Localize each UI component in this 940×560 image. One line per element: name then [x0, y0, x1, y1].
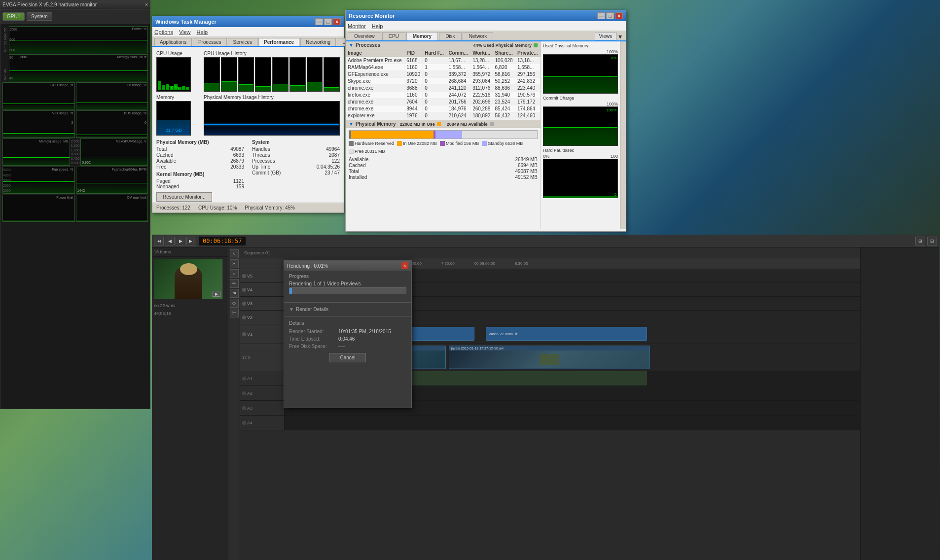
col-commit[interactable]: Comm... [446, 49, 470, 57]
table-cell: 23,524 [493, 99, 515, 105]
clip-video22-2[interactable]: Video 22.wmv ▶ [486, 327, 647, 341]
col-image[interactable]: Image [346, 49, 404, 57]
gpu1-button[interactable]: GPU1 [2, 12, 25, 21]
tm-status-memory: Physical Memory: 45% [245, 205, 295, 210]
transport-play-btn[interactable]: ▶ [176, 237, 185, 245]
tm-maximize-btn[interactable]: □ [324, 18, 332, 25]
tm-view-menu[interactable]: View [179, 29, 191, 35]
table-cell: 210,624 [446, 112, 470, 119]
rm-tab-memory[interactable]: Memory [406, 32, 438, 40]
v2-eye[interactable] [242, 315, 246, 319]
a2-eye[interactable] [242, 391, 246, 395]
rd-time-elapsed-val: 0:04:46 [338, 336, 355, 342]
table-cell: 8944 [404, 105, 423, 112]
a1-eye[interactable] [242, 377, 246, 381]
rm-close-btn[interactable]: × [615, 12, 623, 19]
rm-available-indicator [490, 122, 494, 126]
transport-next-frame[interactable]: ▶| [186, 237, 196, 245]
col-shareable[interactable]: Share... [493, 49, 515, 57]
rm-maximize-btn[interactable]: □ [606, 12, 614, 19]
tool-select[interactable]: ↖ [230, 249, 239, 258]
rd-progress-fill [289, 288, 292, 294]
rm-minimize-btn[interactable]: — [597, 12, 605, 19]
tm-title: Windows Task Manager [155, 19, 217, 25]
tm-minimize-btn[interactable]: — [315, 18, 323, 25]
transport-to-start[interactable]: ⏮ [154, 237, 164, 245]
v4-eye[interactable] [242, 288, 246, 292]
tool-in-out[interactable]: ⊢ [230, 309, 239, 317]
rm-left-panel: ▼ Processes 44% Used Physical Memory Ima… [346, 41, 541, 229]
track-v3-header: V3 [240, 297, 285, 310]
table-cell: 1160 [404, 92, 423, 99]
tm-titlebar: Windows Task Manager — □ × [152, 16, 344, 27]
mem-graph: Mem@(block, MHz 3801 80 49 [9, 54, 148, 81]
system-section: System Handles 49964 Threads 2087 Proces… [252, 140, 340, 202]
tm-help-menu[interactable]: Help [197, 29, 208, 35]
memory-mb: 21.7 GB [165, 128, 181, 133]
cached-val: 6693 [233, 152, 244, 158]
table-cell: 85,424 [493, 105, 515, 112]
ruler-mark-7: 8:30:00 [505, 261, 538, 266]
premiere-transport: ⏮ ◀ ▶ ▶| [154, 237, 196, 245]
rm-inuse-label: In Use [403, 141, 416, 146]
clip-javaw-2[interactable]: javaw 2015-01-18 17:37-15-96.avi [449, 346, 650, 369]
fb-usage-label: FB usage, % [127, 83, 146, 87]
tm-options-menu[interactable]: Options [154, 29, 173, 35]
rm-processes-expand[interactable]: ▼ [349, 42, 354, 48]
rm-scrollbar[interactable] [620, 41, 626, 229]
rm-tab-disk[interactable]: Disk [439, 32, 461, 40]
tab-services[interactable]: Services [228, 38, 257, 46]
col-hard-faults[interactable]: Hard F... [423, 49, 446, 57]
table-cell: 13,67... [446, 57, 470, 64]
tool-pen[interactable]: ✏ [230, 279, 239, 288]
system-button[interactable]: System [27, 12, 52, 21]
transport-prev-frame[interactable]: ◀ [165, 237, 175, 245]
table-cell: 223,440 [515, 85, 540, 92]
thumb-play-btn[interactable]: ▶ [213, 291, 220, 297]
ruler-mark-6: 00:08:00:00 [465, 261, 505, 266]
table-row: chrome.exe89440184,976260,28885,424174,8… [346, 105, 541, 112]
rm-commit-label: Commit Charge [543, 96, 618, 101]
resmon-button[interactable]: Resource Monitor... [156, 192, 212, 202]
tool-hand[interactable]: ☚ [230, 289, 239, 298]
rm-processes-table-container[interactable]: Image PID Hard F... Comm... Worki... Sha… [346, 49, 541, 119]
rm-total-label: Total [349, 169, 359, 174]
v5-eye[interactable] [242, 274, 246, 278]
col-working[interactable]: Worki... [470, 49, 493, 57]
rm-tab-overview[interactable]: Overview [348, 32, 381, 40]
tool-marker[interactable]: ◇ [230, 299, 239, 308]
rd-close-btn[interactable]: × [401, 262, 408, 269]
rm-used-phys-label: Used Physical Memory [543, 43, 618, 48]
v5-label: V5 [247, 274, 253, 279]
rm-monitor-menu[interactable]: Monitor [348, 23, 366, 29]
v3-eye[interactable] [242, 302, 246, 306]
available-val: 26879 [230, 158, 244, 164]
table-cell: 1160 [404, 64, 423, 71]
col-pid[interactable]: PID [404, 49, 423, 57]
a3-eye[interactable] [242, 406, 246, 410]
tab-networking[interactable]: Networking [300, 38, 336, 46]
tab-performance[interactable]: Performance [258, 38, 299, 46]
tool-cut[interactable]: ✂ [230, 259, 239, 268]
rm-phys-expand[interactable]: ▼ [349, 121, 354, 127]
tm-close-btn[interactable]: × [333, 18, 341, 25]
rm-phys-title: Physical Memory [356, 121, 396, 127]
rm-tab-cpu[interactable]: CPU [382, 32, 405, 40]
rd-free-disk-label: Free Disk Space: [289, 344, 338, 349]
tool-zoom[interactable]: ⌕ [230, 269, 239, 278]
rm-views-button[interactable]: Views [595, 32, 617, 40]
timeline-tool-1[interactable]: ⊞ [915, 237, 925, 245]
evga-close-btn[interactable]: × [145, 2, 148, 7]
timeline-tool-2[interactable]: ⊟ [927, 237, 937, 245]
v1-eye[interactable] [242, 332, 246, 336]
rd-cancel-button[interactable]: Cancel [329, 353, 365, 362]
rm-views-dropdown[interactable]: ▾ [618, 33, 622, 40]
rm-tab-network[interactable]: Network [463, 32, 494, 40]
rm-help-menu[interactable]: Help [372, 23, 383, 29]
tab-applications[interactable]: Applications [154, 38, 192, 46]
rd-details-header[interactable]: ▼ Render Details [284, 305, 411, 314]
col-private[interactable]: Private... [515, 49, 540, 57]
table-cell: explorer.exe [346, 112, 404, 119]
tab-processes[interactable]: Processes [193, 38, 227, 46]
a4-eye[interactable] [242, 421, 246, 425]
